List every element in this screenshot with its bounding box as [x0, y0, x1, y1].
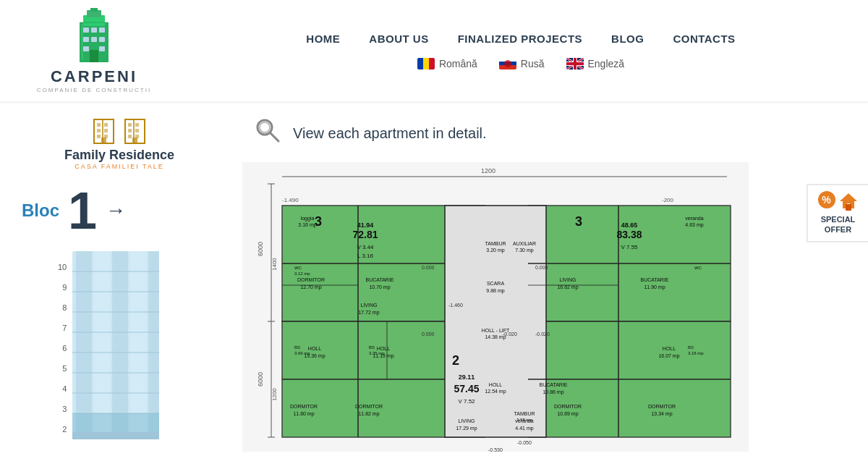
svg-text:WC: WC — [694, 266, 702, 270]
svg-text:3.16 mp: 3.16 mp — [298, 222, 316, 228]
floor-8[interactable]: 8 — [62, 297, 67, 318]
svg-text:6000: 6000 — [257, 242, 264, 256]
svg-text:BS: BS — [688, 345, 694, 350]
svg-rect-52 — [112, 251, 128, 439]
floor-numbers: 10 9 8 7 6 5 4 3 2 — [58, 257, 67, 439]
svg-text:-1.490: -1.490 — [282, 197, 299, 203]
floor-3[interactable]: 3 — [62, 399, 67, 419]
svg-text:DORMITOR: DORMITOR — [554, 404, 582, 409]
flag-ru — [499, 58, 516, 69]
nav-links: HOME ABOUT US FINALIZED PROJECTS BLOG CO… — [306, 33, 735, 45]
nav-blog[interactable]: BLOG — [611, 33, 644, 45]
building-icon-1 — [91, 116, 116, 145]
svg-text:17.29 mp: 17.29 mp — [456, 426, 477, 431]
svg-text:2: 2 — [452, 353, 459, 368]
svg-text:HOLL: HOLL — [489, 382, 502, 387]
svg-rect-34 — [97, 129, 101, 132]
lang-ro-label: Română — [439, 58, 477, 69]
svg-rect-33 — [97, 123, 101, 127]
svg-text:0.000: 0.000 — [422, 265, 435, 270]
svg-text:17.72 mp: 17.72 mp — [358, 310, 379, 316]
svg-text:L 3.16: L 3.16 — [357, 253, 373, 259]
svg-text:HOLL: HOLL — [663, 346, 676, 351]
svg-text:16.07 mp: 16.07 mp — [658, 353, 679, 359]
svg-rect-54 — [148, 251, 159, 439]
svg-rect-11 — [99, 46, 105, 51]
special-offer-text: SPECIAL OFFER — [814, 214, 862, 235]
view-detail-text: View each apartment in detail. — [293, 125, 487, 142]
bloc-number: 1 — [68, 185, 97, 237]
svg-text:DORMITOR: DORMITOR — [290, 404, 318, 409]
bloc-text: Bloc — [22, 200, 59, 221]
floor-10[interactable]: 10 — [58, 257, 67, 277]
svg-text:-0.050: -0.050 — [517, 440, 532, 445]
svg-rect-16 — [423, 58, 429, 69]
svg-rect-43 — [128, 129, 132, 132]
svg-text:83.38: 83.38 — [616, 229, 642, 240]
svg-text:LIVING: LIVING — [459, 418, 475, 423]
family-residence-name: Family Residence — [64, 148, 174, 163]
svg-text:AUXILIAR: AUXILIAR — [513, 241, 536, 246]
svg-rect-35 — [97, 135, 101, 138]
special-offer-icons: % — [814, 191, 862, 211]
lang-ru[interactable]: Rusă — [499, 58, 545, 69]
floor-2[interactable]: 2 — [62, 419, 67, 439]
svg-text:BS: BS — [369, 345, 375, 350]
special-offer-badge[interactable]: % SPECIAL OFFER — [807, 184, 868, 242]
svg-text:16.62 mp: 16.62 mp — [557, 284, 578, 290]
svg-text:BUCATARIE: BUCATARIE — [365, 277, 393, 282]
svg-rect-7 — [83, 37, 89, 42]
svg-rect-46 — [135, 129, 139, 132]
right-content: View each apartment in detail. 6000 6000… — [239, 101, 868, 456]
lang-ru-label: Rusă — [521, 58, 545, 69]
svg-text:HOLL: HOLL — [377, 346, 390, 351]
svg-text:loggia: loggia — [301, 216, 315, 221]
svg-text:TAMBUR: TAMBUR — [514, 411, 535, 416]
main-content: Family Residence CASA FAMILIEI TALE Bloc… — [0, 101, 868, 456]
svg-rect-17 — [429, 58, 435, 69]
header: CARPENI COMPANIE DE CONSTRUCȚII HOME ABO… — [0, 0, 868, 101]
svg-point-66 — [260, 122, 270, 132]
floor-4[interactable]: 4 — [62, 379, 67, 399]
svg-text:3.12 mp: 3.12 mp — [294, 271, 310, 276]
logo-icon — [69, 8, 119, 66]
svg-text:1200: 1200 — [271, 388, 278, 401]
svg-text:3.35 mp: 3.35 mp — [369, 351, 385, 355]
svg-rect-63 — [72, 432, 159, 439]
family-residence-badge: Family Residence CASA FAMILIEI TALE — [22, 116, 217, 170]
family-residence-sub: CASA FAMILIEI TALE — [75, 163, 164, 170]
svg-rect-48 — [132, 138, 137, 143]
lang-en[interactable]: Engleză — [566, 58, 625, 69]
svg-text:1200: 1200 — [481, 167, 495, 174]
svg-text:12.54 mp: 12.54 mp — [485, 389, 506, 394]
nav-home[interactable]: HOME — [306, 33, 340, 45]
svg-text:LIVING: LIVING — [560, 277, 576, 282]
floor-5[interactable]: 5 — [62, 358, 67, 379]
svg-text:BUCATARIE: BUCATARIE — [640, 277, 668, 282]
svg-rect-45 — [135, 123, 139, 127]
nav-projects[interactable]: FINALIZED PROJECTS — [458, 33, 582, 45]
svg-rect-3 — [90, 8, 98, 12]
svg-rect-30 — [566, 62, 584, 65]
nav-about[interactable]: ABOUT US — [369, 33, 428, 45]
floor-7[interactable]: 7 — [62, 318, 67, 338]
floor-9[interactable]: 9 — [62, 277, 67, 297]
svg-text:57.45: 57.45 — [454, 383, 479, 394]
lang-ro[interactable]: Română — [417, 58, 477, 69]
svg-rect-4 — [83, 28, 89, 33]
building-illustration — [72, 251, 159, 439]
floor-6[interactable]: 6 — [62, 338, 67, 358]
svg-text:HOLL: HOLL — [308, 346, 321, 351]
svg-rect-174 — [846, 204, 851, 211]
svg-rect-12 — [90, 50, 98, 62]
svg-text:veranda: veranda — [685, 216, 703, 221]
svg-text:V 7.52: V 7.52 — [458, 398, 475, 405]
bloc-arrow-icon[interactable]: → — [106, 199, 126, 222]
svg-text:DORMITOR: DORMITOR — [355, 404, 383, 409]
svg-text:4.41 mp: 4.41 mp — [515, 426, 533, 431]
logo-sub: COMPANIE DE CONSTRUCȚII — [37, 87, 151, 93]
svg-text:48.65: 48.65 — [621, 221, 638, 229]
svg-rect-42 — [128, 123, 132, 127]
nav-contacts[interactable]: CONTACTS — [673, 33, 735, 45]
svg-text:-200: -200 — [662, 197, 674, 203]
